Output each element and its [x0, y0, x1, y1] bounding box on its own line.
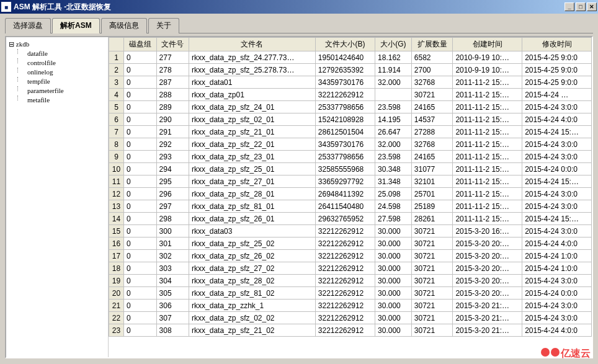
- table-cell: rkxx_data_zp01: [189, 89, 316, 101]
- table-row[interactable]: 30287rkxx_data013435973017632.0003276820…: [109, 76, 592, 89]
- table-row[interactable]: 130297rkxx_data_zp_sfz_81_01264115404802…: [109, 200, 592, 213]
- table-row[interactable]: 190304rkxx_data_zp_sfz_28_02322122629123…: [109, 275, 592, 287]
- tab-parse-asm[interactable]: 解析ASM: [52, 18, 100, 33]
- table-cell: 30.000: [375, 312, 412, 324]
- table-cell: 0: [124, 151, 157, 163]
- tab-advanced-info[interactable]: 高级信息: [101, 18, 147, 33]
- table-cell: 31077: [411, 163, 453, 175]
- column-header[interactable]: 修改时间: [522, 38, 592, 51]
- table-cell: 32212262912: [315, 312, 375, 324]
- table-cell: 21: [109, 300, 124, 312]
- table-cell: 25189: [411, 200, 453, 213]
- table-cell: 26.647: [375, 126, 412, 138]
- table-cell: 27.598: [375, 213, 412, 225]
- table-cell: 291: [156, 126, 189, 138]
- table-row[interactable]: 120296rkxx_data_zp_sfz_28_01269484113922…: [109, 188, 592, 200]
- tab-select-source[interactable]: 选择源盘: [5, 18, 51, 33]
- table-cell: 32.000: [375, 76, 412, 89]
- column-header[interactable]: 文件名: [189, 38, 316, 51]
- table-cell: 15: [109, 225, 124, 237]
- table-row[interactable]: 180303rkxx_data_zp_sfz_27_02322122629123…: [109, 262, 592, 275]
- table-row[interactable]: 90293rkxx_data_zp_sfz_23_012533779865623…: [109, 151, 592, 163]
- window-buttons: _ □ ✕: [563, 2, 597, 11]
- table-cell: 2015-3-20 20:…: [453, 287, 522, 300]
- table-cell: 22: [109, 312, 124, 324]
- table-row[interactable]: 210306rkxx_data_zp_zzhk_13221226291230.0…: [109, 300, 592, 312]
- table-cell: 18: [109, 262, 124, 275]
- table-cell: 30721: [411, 324, 453, 337]
- column-header[interactable]: 创建时间: [453, 38, 522, 51]
- table-row[interactable]: 100294rkxx_data_zp_sfz_25_01325855559683…: [109, 163, 592, 175]
- table-cell: 9: [109, 151, 124, 163]
- tree-item-controlfile[interactable]: controlfile: [9, 58, 105, 68]
- table-cell: 278: [156, 64, 189, 76]
- table-cell: 32212262912: [315, 250, 375, 262]
- table-cell: 32212262912: [315, 89, 375, 101]
- table-cell: 29632765952: [315, 213, 375, 225]
- table-cell: 297: [156, 200, 189, 213]
- table-cell: 2015-4-24 15:…: [522, 126, 592, 138]
- table-cell: rkxx_data_zp_sfz_25_01: [189, 163, 316, 175]
- table-cell: 34359730176: [315, 138, 375, 151]
- close-button[interactable]: ✕: [587, 2, 597, 11]
- column-header[interactable]: 文件号: [156, 38, 189, 51]
- data-table-wrap[interactable]: 磁盘组文件号文件名文件大小(B)大小(G)扩展数量创建时间修改时间 10277r…: [109, 37, 592, 357]
- table-row[interactable]: 10277rkxx_data_zp_sfz_24.277.73…19501424…: [109, 51, 592, 64]
- table-row[interactable]: 230308rkxx_data_zp_sfz_21_02322122629123…: [109, 324, 592, 337]
- column-header[interactable]: 扩展数量: [411, 38, 453, 51]
- table-cell: 1: [109, 51, 124, 64]
- column-header[interactable]: 大小(G): [375, 38, 412, 51]
- table-row[interactable]: 20278rkxx_data_zp_sfz_25.278.73…12792635…: [109, 64, 592, 76]
- minimize-button[interactable]: _: [565, 2, 574, 11]
- table-row[interactable]: 170302rkxx_data_zp_sfz_26_02322122629123…: [109, 250, 592, 262]
- table-cell: 2015-4-24 3:0:0: [522, 188, 592, 200]
- table-cell: 300: [156, 225, 189, 237]
- table-cell: 2015-4-24 3:0:0: [522, 312, 592, 324]
- table-row[interactable]: 200305rkxx_data_zp_sfz_81_02322122629123…: [109, 287, 592, 300]
- table-row[interactable]: 40288rkxx_data_zp0132212262912307212011-…: [109, 89, 592, 101]
- tree-item-datafile[interactable]: datafile: [9, 49, 105, 58]
- column-header[interactable]: 文件大小(B): [315, 38, 375, 51]
- table-cell: 10: [109, 163, 124, 175]
- table-cell: rkxx_data_zp_zzhk_1: [189, 300, 316, 312]
- table-cell: 2011-11-2 15:…: [453, 113, 522, 126]
- table-cell: 7: [109, 126, 124, 138]
- table-row[interactable]: 110295rkxx_data_zp_sfz_27_01336592977923…: [109, 175, 592, 188]
- tab-about[interactable]: 关于: [148, 18, 179, 33]
- table-cell: 0: [124, 200, 157, 213]
- column-header[interactable]: 磁盘组: [124, 38, 157, 51]
- table-row[interactable]: 60290rkxx_data_zp_sfz_02_011524210892814…: [109, 113, 592, 126]
- tree-view[interactable]: zkdb datafilecontrolfileonlinelogtempfil…: [6, 37, 109, 357]
- table-cell: 294: [156, 163, 189, 175]
- tree-item-tempfile[interactable]: tempfile: [9, 77, 105, 86]
- table-cell: 11: [109, 175, 124, 188]
- table-cell: rkxx_data_zp_sfz_26_01: [189, 213, 316, 225]
- table-cell: 19501424640: [315, 51, 375, 64]
- table-cell: 0: [124, 126, 157, 138]
- table-cell: 26948411392: [315, 188, 375, 200]
- table-cell: rkxx_data_zp_sfz_24_01: [189, 101, 316, 113]
- table-row[interactable]: 80292rkxx_data_zp_sfz_22_013435973017632…: [109, 138, 592, 151]
- table-cell: 12792635392: [315, 64, 375, 76]
- tree-item-parameterfile[interactable]: parameterfile: [9, 86, 105, 95]
- table-cell: 308: [156, 324, 189, 337]
- table-cell: 14537: [411, 113, 453, 126]
- table-cell: 30.000: [375, 287, 412, 300]
- table-cell: 31.348: [375, 175, 412, 188]
- maximize-button[interactable]: □: [576, 2, 586, 11]
- table-row[interactable]: 150300rkxx_data033221226291230.000307212…: [109, 225, 592, 237]
- table-row[interactable]: 70291rkxx_data_zp_sfz_21_012861250150426…: [109, 126, 592, 138]
- table-cell: rkxx_data_zp_sfz_81_01: [189, 200, 316, 213]
- table-row[interactable]: 50289rkxx_data_zp_sfz_24_012533779865623…: [109, 101, 592, 113]
- tree-root[interactable]: zkdb: [9, 40, 105, 49]
- tree-item-metafile[interactable]: metafile: [9, 95, 105, 105]
- table-cell: 8: [109, 138, 124, 151]
- table-cell: 306: [156, 300, 189, 312]
- table-cell: 2011-11-2 15:…: [453, 76, 522, 89]
- table-cell: 2015-3-20 20:…: [453, 275, 522, 287]
- table-row[interactable]: 140298rkxx_data_zp_sfz_26_01296327659522…: [109, 213, 592, 225]
- table-row[interactable]: 220307rkxx_data_zp_sfz_02_02322122629123…: [109, 312, 592, 324]
- table-row[interactable]: 160301rkxx_data_zp_sfz_25_02322122629123…: [109, 237, 592, 250]
- tree-item-onlinelog[interactable]: onlinelog: [9, 68, 105, 77]
- tab-bar: 选择源盘 解析ASM 高级信息 关于: [5, 17, 593, 33]
